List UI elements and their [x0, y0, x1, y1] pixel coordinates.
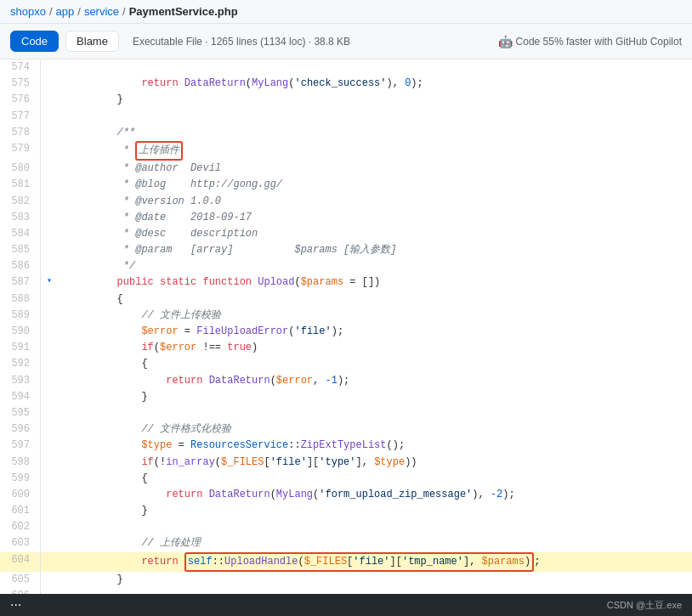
table-row: 574 [0, 59, 692, 76]
line-number: 595 [0, 405, 41, 421]
code-table: 574575 return DataReturn(MyLang('check_s… [0, 59, 692, 604]
line-indicator [41, 109, 58, 125]
table-row: 582 * @version 1.0.0 [0, 194, 692, 210]
table-row: 577 [0, 109, 692, 125]
copilot-label: Code 55% faster with GitHub Copilot [516, 36, 682, 48]
copilot-badge: 🤖 Code 55% faster with GitHub Copilot [498, 35, 682, 48]
table-row: 604 return self::UploadHandle($_FILES['f… [0, 552, 692, 572]
line-number: 577 [0, 109, 41, 125]
line-number: 575 [0, 76, 41, 92]
line-indicator [41, 161, 58, 177]
line-code [58, 59, 692, 76]
line-number: 576 [0, 92, 41, 108]
line-number: 588 [0, 291, 41, 308]
line-code: return DataReturn(MyLang('form_upload_zi… [58, 487, 692, 503]
line-indicator [41, 291, 58, 308]
line-code: $type = ResourcesService::ZipExtTypeList… [58, 438, 692, 454]
line-code: // 文件上传校验 [58, 308, 692, 324]
code-tab[interactable]: Code [10, 31, 59, 52]
line-indicator [41, 141, 58, 161]
line-code: * @author Devil [58, 161, 692, 177]
line-indicator [41, 194, 58, 210]
table-row: 599 { [0, 471, 692, 487]
line-code: /** [58, 125, 692, 141]
line-indicator [41, 455, 58, 471]
line-code: } [58, 572, 692, 588]
line-indicator [41, 487, 58, 503]
line-indicator [41, 125, 58, 141]
table-row: 600 return DataReturn(MyLang('form_uploa… [0, 487, 692, 503]
line-code: if($error !== true) [58, 340, 692, 356]
table-row: 605 } [0, 572, 692, 588]
line-number: 586 [0, 258, 41, 274]
table-row: 595 [0, 405, 692, 421]
watermark: CSDN @土豆.exe [607, 599, 682, 605]
line-code [58, 519, 692, 535]
breadcrumb: shopxo / app / service / PaymentService.… [0, 0, 692, 24]
line-code: } [58, 389, 692, 405]
line-number: 603 [0, 535, 41, 551]
line-number: 600 [0, 487, 41, 503]
line-number: 582 [0, 194, 41, 210]
line-code: * @date 2018-09-17 [58, 210, 692, 226]
line-number: 581 [0, 177, 41, 193]
line-indicator [41, 438, 58, 454]
line-indicator [41, 340, 58, 356]
line-code: return DataReturn(MyLang('check_success'… [58, 76, 692, 92]
line-number: 589 [0, 308, 41, 324]
line-code: if(!in_array($_FILES['file']['type'], $t… [58, 455, 692, 471]
line-number: 599 [0, 471, 41, 487]
table-row: 597 $type = ResourcesService::ZipExtType… [0, 438, 692, 454]
table-row: 584 * @desc description [0, 226, 692, 242]
breadcrumb-repo[interactable]: shopxo [10, 5, 46, 18]
table-row: 585 * @param [array] $params [输入参数] [0, 242, 692, 258]
table-row: 581 * @blog http://gong.gg/ [0, 177, 692, 193]
table-row: 591 if($error !== true) [0, 340, 692, 356]
line-number: 584 [0, 226, 41, 242]
line-indicator [41, 258, 58, 274]
table-row: 598 if(!in_array($_FILES['file']['type']… [0, 455, 692, 471]
line-indicator [41, 503, 58, 519]
line-number: 604 [0, 552, 41, 572]
line-number: 579 [0, 141, 41, 161]
line-code: * @blog http://gong.gg/ [58, 177, 692, 193]
line-indicator: ▾ [41, 274, 58, 291]
line-code: { [58, 356, 692, 372]
line-indicator [41, 373, 58, 389]
table-row: 601 } [0, 503, 692, 519]
breadcrumb-app[interactable]: app [56, 5, 75, 18]
breadcrumb-service[interactable]: service [84, 5, 119, 18]
table-row: 603 // 上传处理 [0, 535, 692, 551]
line-code: return DataReturn($error, -1); [58, 373, 692, 389]
line-number: 597 [0, 438, 41, 454]
line-code: // 上传处理 [58, 535, 692, 551]
line-number: 583 [0, 210, 41, 226]
line-indicator [41, 552, 58, 572]
line-number: 601 [0, 503, 41, 519]
line-number: 574 [0, 59, 41, 76]
line-code: // 文件格式化校验 [58, 421, 692, 438]
line-indicator [41, 535, 58, 551]
line-number: 593 [0, 373, 41, 389]
line-indicator [41, 226, 58, 242]
line-number: 602 [0, 519, 41, 535]
line-code: { [58, 291, 692, 308]
line-indicator [41, 177, 58, 193]
table-row: 588 { [0, 291, 692, 308]
line-indicator [41, 421, 58, 438]
line-number: 578 [0, 125, 41, 141]
table-row: 575 return DataReturn(MyLang('check_succ… [0, 76, 692, 92]
line-indicator [41, 324, 58, 340]
table-row: 596 // 文件格式化校验 [0, 421, 692, 438]
line-number: 605 [0, 572, 41, 588]
table-row: 589 // 文件上传校验 [0, 308, 692, 324]
table-row: 578 /** [0, 125, 692, 141]
toolbar: Code Blame Executable File · 1265 lines … [0, 24, 692, 59]
blame-tab[interactable]: Blame [65, 31, 119, 52]
line-code: } [58, 503, 692, 519]
table-row: 580 * @author Devil [0, 161, 692, 177]
line-code: public static function Upload($params = … [58, 274, 692, 291]
table-row: 602 [0, 519, 692, 535]
bottom-bar: ··· CSDN @土豆.exe [0, 594, 692, 604]
line-number: 590 [0, 324, 41, 340]
